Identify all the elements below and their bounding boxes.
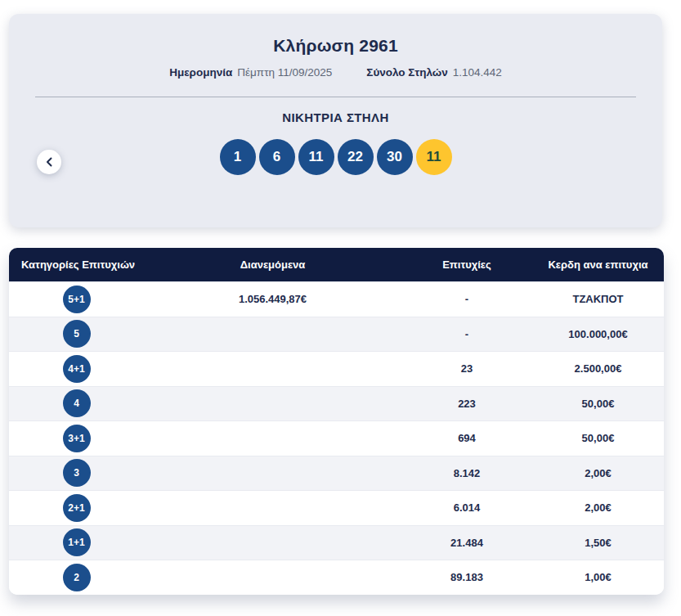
category-cell: 2 (9, 564, 144, 591)
header-categories: Κατηγορίες Επιτυχιών (9, 259, 144, 271)
prize-cell: ΤΖΑΚΠΟΤ (532, 293, 664, 305)
category-badge: 4+1 (63, 355, 91, 383)
winning-number-ball: 1 (220, 139, 256, 175)
draw-meta: Ημερομηνία Πέμπτη 11/09/2025 Σύνολο Στηλ… (9, 66, 662, 79)
winners-cell: 23 (401, 362, 532, 375)
winners-cell: 21.484 (401, 537, 532, 549)
table-body: 5+11.056.449,87€-ΤΖΑΚΠΟΤ5-100.000,00€4+1… (9, 281, 664, 595)
category-cell: 4+1 (9, 355, 144, 383)
table-row: 289.1831,00€ (9, 560, 664, 595)
prize-cell: 50,00€ (532, 432, 664, 444)
prize-cell: 2.500,00€ (532, 362, 664, 375)
category-badge: 4 (63, 389, 91, 417)
prize-cell: 50,00€ (532, 398, 664, 410)
category-cell: 3+1 (9, 425, 144, 452)
winners-cell: 6.014 (401, 501, 532, 514)
category-badge: 2 (63, 564, 91, 591)
columns-label: Σύνολο Στηλών (366, 66, 447, 79)
distributed-cell: 1.056.449,87€ (144, 293, 401, 305)
header-winners: Επιτυχίες (401, 259, 532, 271)
columns-value: 1.104.442 (453, 66, 502, 79)
winning-number-ball: 30 (377, 139, 413, 175)
header-distributed: Διανεμόμενα (144, 259, 401, 271)
category-badge: 5 (63, 320, 91, 348)
table-row: 422350,00€ (9, 386, 664, 421)
header-prize: Κερδη ανα επιτυχια (532, 259, 664, 271)
table-row: 5+11.056.449,87€-ΤΖΑΚΠΟΤ (9, 281, 664, 317)
draw-date: Ημερομηνία Πέμπτη 11/09/2025 (169, 66, 332, 79)
prize-cell: 100.000,00€ (532, 328, 664, 340)
prize-cell: 1,00€ (532, 571, 664, 583)
winning-number-ball: 11 (298, 139, 334, 175)
category-badge: 3+1 (63, 425, 91, 452)
date-value: Πέμπτη 11/09/2025 (237, 66, 332, 79)
category-badge: 1+1 (63, 528, 91, 556)
table-row: 4+1232.500,00€ (9, 351, 664, 386)
table-row: 2+16.0142,00€ (9, 490, 664, 525)
winners-cell: 223 (401, 398, 532, 410)
chevron-left-icon (45, 157, 54, 167)
total-columns: Σύνολο Στηλών 1.104.442 (366, 66, 502, 79)
date-label: Ημερομηνία (169, 66, 232, 79)
winning-number-ball: 6 (259, 139, 295, 175)
category-cell: 4 (9, 389, 144, 417)
winners-cell: - (401, 293, 532, 305)
table-row: 3+169450,00€ (9, 420, 664, 456)
prize-cell: 2,00€ (532, 501, 664, 514)
category-cell: 1+1 (9, 528, 144, 556)
table-row: 1+121.4841,50€ (9, 525, 664, 560)
category-badge: 3 (63, 459, 91, 487)
table-row: 5-100.000,00€ (9, 317, 664, 352)
prize-categories-table: Κατηγορίες Επιτυχιών Διανεμόμενα Επιτυχί… (9, 248, 664, 595)
winners-cell: - (401, 328, 532, 340)
table-header-row: Κατηγορίες Επιτυχιών Διανεμόμενα Επιτυχί… (9, 248, 664, 281)
winning-numbers-row: 1611223011 (9, 139, 662, 175)
category-badge: 2+1 (63, 494, 91, 522)
winners-cell: 89.183 (401, 571, 532, 583)
card-divider (35, 97, 636, 97)
category-cell: 2+1 (9, 494, 144, 522)
category-cell: 5+1 (9, 286, 144, 313)
winners-cell: 694 (401, 432, 532, 444)
category-badge: 5+1 (63, 286, 91, 313)
draw-summary-card: Κλήρωση 2961 Ημερομηνία Πέμπτη 11/09/202… (9, 14, 662, 227)
winning-column-heading: ΝΙΚΗΤΡΙΑ ΣΤΗΛΗ (9, 110, 662, 124)
winners-cell: 8.142 (401, 467, 532, 479)
table-row: 38.1422,00€ (9, 456, 664, 491)
category-cell: 3 (9, 459, 144, 487)
previous-draw-button[interactable] (37, 150, 61, 174)
prize-cell: 1,50€ (532, 537, 664, 549)
category-cell: 5 (9, 320, 144, 348)
winning-number-ball: 22 (338, 139, 374, 175)
joker-number-ball: 11 (416, 139, 452, 175)
draw-title: Κλήρωση 2961 (9, 36, 662, 56)
prize-cell: 2,00€ (532, 467, 664, 479)
